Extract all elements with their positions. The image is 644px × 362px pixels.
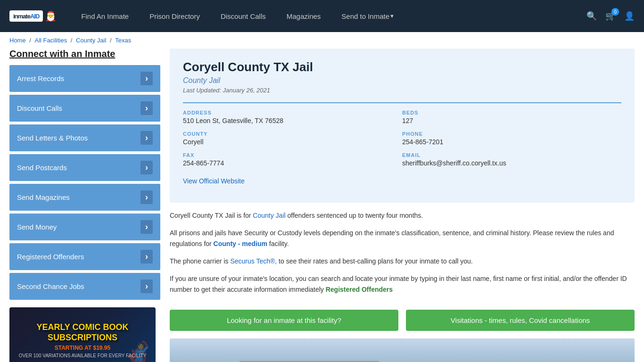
facility-card: Coryell County TX Jail County Jail Last …	[170, 49, 635, 203]
user-icon[interactable]: 👤	[624, 11, 635, 21]
county-value: Coryell	[183, 138, 402, 146]
sidebar-item-send-letters[interactable]: Send Letters & Photos ›	[9, 124, 160, 151]
navbar: inmateAID 🎅 Find An Inmate Prison Direct…	[0, 0, 644, 32]
desc-paragraph-4: If you are unsure of your inmate's locat…	[170, 273, 635, 295]
registered-offenders-link[interactable]: Registered Offenders	[326, 286, 393, 293]
sidebar-item-registered-offenders[interactable]: Registered Offenders ›	[9, 243, 160, 270]
logo[interactable]: inmateAID 🎅	[9, 10, 57, 22]
sidebar-label-send-letters: Send Letters & Photos	[17, 134, 88, 142]
desc-paragraph-1: Coryell County TX Jail is for County Jai…	[170, 210, 635, 221]
facility-name: Coryell County TX Jail	[183, 60, 621, 74]
main-layout: Connect with an Inmate Arrest Records › …	[0, 49, 644, 362]
beds-value: 127	[402, 117, 621, 124]
arrow-icon: ›	[140, 280, 153, 293]
arrow-icon: ›	[140, 131, 153, 145]
address-value: 510 Leon St, Gatesville, TX 76528	[183, 117, 402, 124]
breadcrumb-texas[interactable]: Texas	[115, 37, 131, 44]
sidebar-item-second-chance-jobs[interactable]: Second Chance Jobs ›	[9, 273, 160, 300]
sidebar-label-send-magazines: Send Magazines	[17, 193, 70, 201]
photo-building-1	[239, 360, 379, 362]
county-jail-link[interactable]: County Jail	[253, 212, 285, 219]
ad-heroes-icon: 🦸	[120, 340, 156, 362]
website-group: View Official Website	[183, 173, 402, 185]
cart-icon[interactable]: 🛒 0	[605, 11, 616, 21]
sidebar-label-send-money: Send Money	[17, 223, 57, 231]
sidebar-label-send-postcards: Send Postcards	[17, 164, 67, 172]
sidebar-item-discount-calls[interactable]: Discount Calls ›	[9, 95, 160, 122]
sidebar-item-send-postcards[interactable]: Send Postcards ›	[9, 154, 160, 181]
sidebar-label-arrest-records: Arrest Records	[17, 74, 64, 82]
nav-discount-calls[interactable]: Discount Calls	[210, 0, 276, 32]
content-area: Coryell County TX Jail County Jail Last …	[170, 49, 635, 362]
breadcrumb-home[interactable]: Home	[9, 37, 26, 44]
sidebar-item-send-money[interactable]: Send Money ›	[9, 214, 160, 240]
nav-find-inmate[interactable]: Find An Inmate	[71, 0, 139, 32]
photo-sky	[170, 338, 635, 362]
cart-badge: 0	[611, 8, 619, 16]
sidebar-items: Arrest Records › Discount Calls › Send L…	[9, 65, 160, 300]
detail-col-left: ADDRESS 510 Leon St, Gatesville, TX 7652…	[183, 110, 402, 191]
facility-description: Coryell County TX Jail is for County Jai…	[170, 210, 635, 310]
arrow-icon: ›	[140, 250, 153, 263]
fax-label: FAX	[183, 152, 402, 158]
view-website-link[interactable]: View Official Website	[183, 177, 245, 185]
nav-icons: 🔍 🛒 0 👤	[586, 11, 635, 21]
county-medium-link[interactable]: County - medium	[214, 240, 267, 247]
facility-details: ADDRESS 510 Leon St, Gatesville, TX 7652…	[183, 102, 621, 191]
sidebar: Connect with an Inmate Arrest Records › …	[9, 49, 160, 362]
nav-send-to-inmate[interactable]: Send to Inmate ▼	[331, 0, 405, 32]
facility-type: County Jail	[183, 76, 621, 85]
logo-hat: 🎅	[45, 10, 57, 22]
facility-photo	[170, 338, 635, 362]
arrow-icon: ›	[140, 72, 153, 85]
address-label: ADDRESS	[183, 110, 402, 115]
ad-subtitle: STARTING AT $19.95	[55, 345, 110, 351]
fax-group: FAX 254-865-7774	[183, 152, 402, 167]
facility-last-updated: Last Updated: January 26, 2021	[183, 87, 621, 94]
nav-links: Find An Inmate Prison Directory Discount…	[71, 0, 586, 32]
arrow-icon: ›	[140, 220, 153, 234]
arrow-icon: ›	[140, 101, 153, 115]
phone-label: PHONE	[402, 131, 621, 137]
sidebar-label-registered-offenders: Registered Offenders	[17, 253, 84, 261]
sidebar-label-second-chance-jobs: Second Chance Jobs	[17, 282, 84, 290]
fax-value: 254-865-7774	[183, 159, 402, 167]
arrow-icon: ›	[140, 190, 153, 204]
desc-paragraph-3: The phone carrier is Securus Tech®, to s…	[170, 256, 635, 267]
arrow-icon: ›	[140, 161, 153, 174]
sidebar-item-arrest-records[interactable]: Arrest Records ›	[9, 65, 160, 92]
nav-magazines[interactable]: Magazines	[276, 0, 331, 32]
county-label: COUNTY	[183, 131, 402, 137]
county-group: COUNTY Coryell	[183, 131, 402, 146]
address-group: ADDRESS 510 Leon St, Gatesville, TX 7652…	[183, 110, 402, 124]
ad-description: OVER 100 VARIATIONS AVAILABLE FOR EVERY …	[19, 353, 147, 358]
beds-label: BEDS	[402, 110, 621, 115]
breadcrumb-all-facilities[interactable]: All Facilities	[35, 37, 67, 44]
phone-value: 254-865-7201	[402, 138, 621, 146]
email-value: sheriffburks@sheriff.co.coryell.tx.us	[402, 159, 621, 167]
find-inmate-button[interactable]: Looking for an inmate at this facility?	[170, 310, 398, 331]
logo-icon: inmateAID	[9, 10, 43, 22]
breadcrumb: Home / All Facilities / County Jail / Te…	[0, 32, 644, 49]
breadcrumb-county-jail[interactable]: County Jail	[76, 37, 106, 44]
send-dropdown-icon: ▼	[389, 13, 395, 19]
beds-group: BEDS 127	[402, 110, 621, 124]
action-buttons: Looking for an inmate at this facility? …	[170, 310, 635, 331]
sidebar-title: Connect with an Inmate	[9, 49, 160, 59]
ad-title: YEARLY COMIC BOOKSUBSCRIPTIONS	[36, 322, 128, 343]
sidebar-item-send-magazines[interactable]: Send Magazines ›	[9, 184, 160, 211]
sidebar-label-discount-calls: Discount Calls	[17, 104, 62, 112]
email-group: EMAIL sheriffburks@sheriff.co.coryell.tx…	[402, 152, 621, 167]
phone-group: PHONE 254-865-7201	[402, 131, 621, 146]
email-label: EMAIL	[402, 152, 621, 158]
visitations-button[interactable]: Visitations - times, rules, Covid cancel…	[406, 310, 635, 331]
search-icon[interactable]: 🔍	[586, 11, 597, 21]
sidebar-ad[interactable]: YEARLY COMIC BOOKSUBSCRIPTIONS STARTING …	[9, 307, 156, 362]
securus-link[interactable]: Securus Tech®,	[230, 257, 277, 265]
desc-paragraph-2: All prisons and jails have Security or C…	[170, 228, 635, 249]
nav-prison-directory[interactable]: Prison Directory	[139, 0, 210, 32]
detail-col-right: BEDS 127 PHONE 254-865-7201 EMAIL sherif…	[402, 110, 621, 191]
